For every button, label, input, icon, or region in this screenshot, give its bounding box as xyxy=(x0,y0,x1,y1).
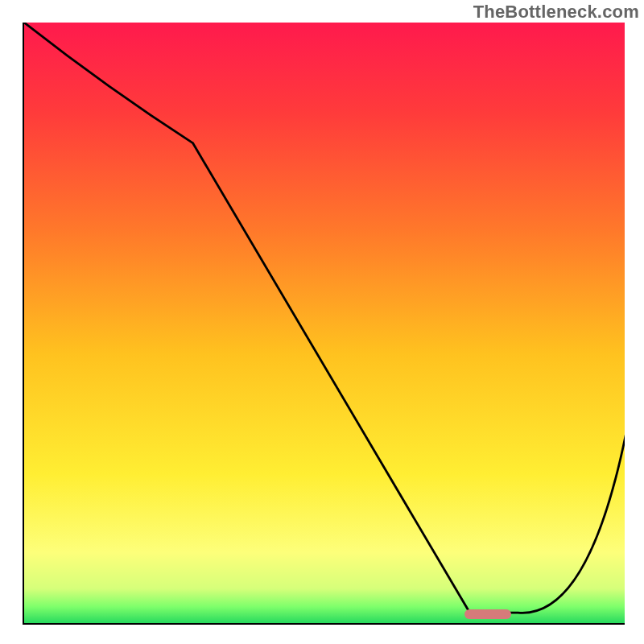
plot-area xyxy=(23,23,625,625)
curve-path xyxy=(24,23,625,613)
optimum-marker xyxy=(464,609,511,619)
attribution-text: TheBottleneck.com xyxy=(473,2,639,23)
bottleneck-curve xyxy=(24,23,625,625)
chart-container: TheBottleneck.com xyxy=(0,0,644,644)
